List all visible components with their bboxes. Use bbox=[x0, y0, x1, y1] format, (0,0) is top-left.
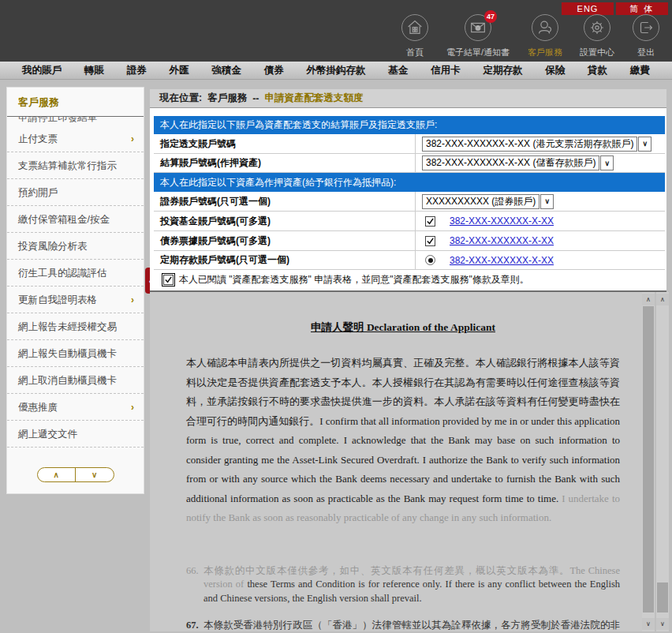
chevron-right-icon: › bbox=[131, 287, 134, 313]
sidebar-item-derivatives-assessment[interactable]: 衍生工具的認識評估 bbox=[7, 260, 144, 287]
scroll-up-arrow-icon[interactable]: ∧ bbox=[656, 294, 669, 305]
nav-item-credit-card[interactable]: 信用卡 bbox=[431, 64, 461, 77]
declaration-title: 申請人聲明 Declaration of the Applicant bbox=[186, 320, 620, 335]
form-row-securities-account: 證券賬戶號碼(只可選一個) XXXXXXXXXX (證券賬戶) ∨ bbox=[154, 192, 665, 212]
home-icon[interactable] bbox=[401, 14, 428, 41]
document-scrollbar-thumb[interactable] bbox=[643, 306, 654, 612]
nav-item-fx[interactable]: 外匯 bbox=[169, 64, 189, 77]
customer-service-label: 客戶服務 bbox=[519, 47, 571, 58]
form-row-overdraft-account: 指定透支賬戶號碼 382-XXX-XXXXXX-X-XX (港元支票活期存款賬戶… bbox=[154, 134, 665, 154]
header-item-settings: 設置中心 bbox=[571, 14, 623, 58]
customer-service-icon[interactable] bbox=[532, 14, 558, 41]
overdraft-application-form: 本人在此指定以下賬戶為資產配套透支的結算賬戶及指定透支賬戶: 指定透支賬戶號碼 … bbox=[154, 116, 665, 290]
chevron-down-icon[interactable]: ∨ bbox=[600, 155, 614, 170]
nav-item-my-accounts[interactable]: 我的賬戶 bbox=[22, 64, 62, 77]
overdraft-account-label: 指定透支賬戶號碼 bbox=[154, 134, 416, 153]
lang-switch-simplified[interactable]: 简 体 bbox=[616, 2, 668, 15]
sidebar-item-report-unauthorized-transaction[interactable]: 網上報告未經授權交易 bbox=[7, 313, 144, 340]
sidebar-title: 客戶服務 bbox=[7, 88, 144, 117]
sidebar-scroll-down-button[interactable]: ∨ bbox=[76, 468, 114, 481]
form-row-settlement-account: 結算賬戶號碼(作押資產) 382-XXX-XXXXXX-X-XX (儲蓄存款賬戶… bbox=[154, 154, 665, 173]
nav-item-bill-payment[interactable]: 繳費 bbox=[630, 64, 650, 77]
scroll-down-arrow-icon[interactable]: ∨ bbox=[656, 618, 669, 630]
sidebar-item-promotions[interactable]: 優惠推廣› bbox=[7, 394, 144, 421]
time-deposit-radio[interactable] bbox=[425, 255, 435, 265]
main-nav-bar: 我的賬戶 轉賬 證券 外匯 強積金 債券 外幣掛鈎存款 基金 信用卡 定期存款 … bbox=[0, 62, 672, 80]
chevron-right-icon: › bbox=[131, 394, 134, 421]
sidebar-item-stop-cheque[interactable]: 止付支票› bbox=[7, 125, 144, 152]
form-row-bond-account: 債券票據賬戶號碼(可多選) 382-XXX-XXXXXX-X-XX bbox=[154, 231, 665, 251]
securities-account-select[interactable]: XXXXXXXXXX (證券賬戶) ∨ bbox=[422, 194, 554, 209]
nav-item-funds[interactable]: 基金 bbox=[388, 64, 408, 77]
overdraft-account-select[interactable]: 382-XXX-XXXXXX-X-XX (港元支票活期存款賬戶) ∨ bbox=[422, 137, 651, 152]
breadcrumb-section: 客戶服務 bbox=[207, 92, 247, 105]
notification-count-badge: 47 bbox=[484, 10, 497, 23]
estatement-label: 電子結單/通知書 bbox=[437, 47, 519, 58]
time-deposit-account-label: 定期存款賬戶號碼(只可選一個) bbox=[154, 251, 416, 269]
fund-account-label: 投資基金賬戶號碼(可多選) bbox=[154, 212, 416, 230]
sidebar-item-cancel-atm-card[interactable]: 網上取消自動櫃員機卡 bbox=[7, 367, 144, 394]
breadcrumb-current-page: 申請資產配套透支額度 bbox=[265, 92, 364, 105]
logout-label: 登出 bbox=[623, 47, 669, 58]
document-scrollbar[interactable]: ∧ ∨ bbox=[642, 292, 655, 631]
nav-item-transfer[interactable]: 轉賬 bbox=[84, 64, 104, 77]
nav-item-time-deposit[interactable]: 定期存款 bbox=[483, 64, 522, 77]
bond-account-label: 債券票據賬戶號碼(可多選) bbox=[154, 231, 416, 250]
bond-account-checkbox[interactable] bbox=[425, 236, 435, 246]
sidebar-item-report-lost-atm-card[interactable]: 網上報失自動櫃員機卡 bbox=[7, 340, 144, 367]
terms-clause-66: 66.本條款的中文版本僅供參考，如中、英文版本有任何差異，概以英文版本為準。Th… bbox=[186, 564, 620, 606]
sidebar-item-self-certification[interactable]: 更新自我證明表格› bbox=[7, 287, 144, 313]
header-item-customer-service: 客戶服務 bbox=[519, 14, 571, 58]
settings-label: 設置中心 bbox=[571, 47, 623, 58]
settlement-account-label: 結算賬戶號碼(作押資產) bbox=[154, 154, 416, 172]
sidebar-item-safe-deposit-box-rental[interactable]: 繳付保管箱租金/按金 bbox=[7, 206, 144, 233]
header-icon-menu: 首頁 47 電子結單/通知書 客戶服務 bbox=[393, 14, 669, 58]
sidebar-item-online-document-submission[interactable]: 網上遞交文件 bbox=[7, 421, 144, 448]
home-label: 首頁 bbox=[393, 47, 437, 58]
sidebar-item-risk-profile[interactable]: 投資風險分析表 bbox=[7, 233, 144, 260]
lang-switch-english[interactable]: ENG bbox=[562, 2, 614, 15]
declaration-paragraph: 本人確認本申請表內所提供之一切資料均屬真實、正確及完整。本人確認銀行將根據本人該… bbox=[186, 354, 620, 528]
terms-clause-67: 67.本條款受香港特別行政區（「香港」）法律管轄並以其為詮釋依據，各方將受制於香… bbox=[186, 619, 620, 631]
terms-document-pane[interactable]: 申請人聲明 Declaration of the Applicant 本人確認本… bbox=[150, 292, 655, 631]
nav-item-loans[interactable]: 貸款 bbox=[588, 64, 607, 77]
nav-item-securities[interactable]: 證券 bbox=[127, 64, 147, 77]
top-header: ENG 简 体 首頁 47 電子結單/通知書 bbox=[0, 0, 672, 62]
scroll-up-arrow-icon[interactable]: ∧ bbox=[642, 294, 655, 305]
breadcrumb: 現在位置: 客戶服務 -- 申請資產配套透支額度 bbox=[150, 89, 666, 108]
securities-account-label: 證券賬戶號碼(只可選一個) bbox=[154, 192, 416, 211]
nav-item-currency-linked-deposit[interactable]: 外幣掛鈎存款 bbox=[306, 64, 365, 77]
frame-scrollbar-thumb[interactable] bbox=[657, 582, 668, 612]
customer-service-sidebar: 客戶服務 申請停止印發結單 止付支票› 支票結算補款常行指示 預約開戶 繳付保管… bbox=[6, 87, 144, 494]
breadcrumb-separator: -- bbox=[252, 93, 259, 104]
nav-item-bonds[interactable]: 債券 bbox=[264, 64, 284, 77]
form-row-fund-account: 投資基金賬戶號碼(可多選) 382-XXX-XXXXXX-X-XX bbox=[154, 212, 665, 231]
sidebar-scroll-up-button[interactable]: ∧ bbox=[38, 468, 77, 481]
sidebar-item-cheque-standing-instruction[interactable]: 支票結算補款常行指示 bbox=[7, 152, 144, 179]
header-item-logout: 登出 bbox=[623, 14, 669, 58]
logout-icon[interactable] bbox=[633, 14, 659, 41]
fund-account-checkbox[interactable] bbox=[425, 216, 435, 227]
bond-account-number-link[interactable]: 382-XXX-XXXXXX-X-XX bbox=[450, 235, 554, 246]
time-deposit-account-number-link[interactable]: 382-XXX-XXXXXX-X-XX bbox=[450, 255, 554, 266]
chevron-down-icon[interactable]: ∨ bbox=[540, 194, 554, 209]
agreement-text: 本人已閱讀 "資產配套透支服務" 申請表格，並同意"資產配套透支服務"條款及章則… bbox=[179, 273, 529, 287]
chevron-right-icon: › bbox=[131, 125, 134, 152]
gear-icon[interactable] bbox=[584, 14, 610, 41]
sidebar-item-clipped[interactable]: 申請停止印發結單 bbox=[7, 117, 144, 125]
chevron-down-icon[interactable]: ∨ bbox=[638, 137, 651, 152]
estatement-envelope-icon[interactable]: 47 bbox=[465, 14, 491, 41]
agreement-checkbox[interactable] bbox=[163, 275, 174, 285]
frame-scrollbar[interactable]: ∧ ∨ bbox=[656, 292, 669, 631]
settlement-account-select[interactable]: 382-XXX-XXXXXX-X-XX (儲蓄存款賬戶) ∨ bbox=[422, 155, 614, 170]
nav-item-insurance[interactable]: 保險 bbox=[545, 64, 565, 77]
nav-item-mpf[interactable]: 強積金 bbox=[211, 64, 241, 77]
sidebar-pager: ∧ ∨ bbox=[37, 467, 114, 482]
sidebar-item-account-opening-reservation[interactable]: 預約開戶 bbox=[7, 179, 144, 206]
agreement-row: 本人已閱讀 "資產配套透支服務" 申請表格，並同意"資產配套透支服務"條款及章則… bbox=[154, 270, 665, 290]
fund-account-number-link[interactable]: 382-XXX-XXXXXX-X-XX bbox=[450, 215, 554, 227]
form-section2-header: 本人在此指定以下資產為作押資產(給予銀行作為抵押品): bbox=[154, 173, 665, 192]
breadcrumb-prefix: 現在位置: bbox=[159, 92, 202, 105]
scroll-down-arrow-icon[interactable]: ∨ bbox=[642, 618, 655, 630]
header-item-home: 首頁 bbox=[393, 14, 437, 58]
